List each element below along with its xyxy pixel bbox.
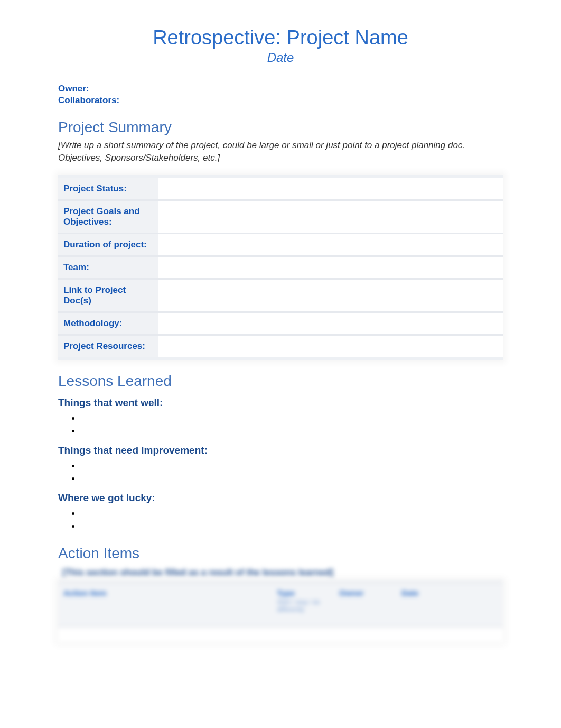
table-row: Duration of project: bbox=[58, 233, 503, 255]
table-row: Link to Project Doc(s) bbox=[58, 278, 503, 311]
lessons-learned-heading: Lessons Learned bbox=[58, 373, 503, 390]
table-header-row: Action Item Type Start / stop / do diffe… bbox=[58, 581, 503, 626]
action-col-owner: Owner bbox=[334, 581, 396, 626]
summary-row-label: Project Resources: bbox=[58, 334, 158, 360]
action-col-type-label: Type bbox=[277, 588, 295, 597]
got-lucky-list bbox=[58, 507, 503, 532]
table-row: Project Resources: bbox=[58, 334, 503, 360]
list-item[interactable] bbox=[80, 472, 503, 485]
summary-row-label: Methodology: bbox=[58, 311, 158, 334]
project-summary-instructions: [Write up a short summary of the project… bbox=[58, 139, 503, 164]
action-col-item: Action Item bbox=[58, 581, 272, 626]
summary-row-label: Project Goals and Objectives: bbox=[58, 199, 158, 233]
summary-row-label: Link to Project Doc(s) bbox=[58, 278, 158, 311]
action-cell[interactable] bbox=[334, 626, 396, 642]
action-col-type-sub: Start / stop / do differently bbox=[277, 598, 329, 613]
page-title: Retrospective: Project Name bbox=[58, 26, 503, 49]
list-item[interactable] bbox=[80, 520, 503, 532]
action-items-heading: Action Items bbox=[58, 545, 503, 562]
got-lucky-label: Where we got lucky: bbox=[58, 492, 503, 504]
summary-row-label: Team: bbox=[58, 255, 158, 278]
action-cell[interactable] bbox=[58, 626, 272, 642]
collaborators-label: Collaborators: bbox=[58, 95, 503, 106]
action-items-note: [This section should be filled as a resu… bbox=[62, 567, 503, 578]
table-row bbox=[58, 626, 503, 642]
table-row: Methodology: bbox=[58, 311, 503, 334]
table-row: Team: bbox=[58, 255, 503, 278]
summary-row-value[interactable] bbox=[158, 233, 503, 255]
action-col-type: Type Start / stop / do differently bbox=[272, 581, 334, 626]
list-item[interactable] bbox=[80, 412, 503, 425]
table-row: Project Goals and Objectives: bbox=[58, 199, 503, 233]
summary-row-value[interactable] bbox=[158, 199, 503, 233]
went-well-list bbox=[58, 412, 503, 437]
table-row: Project Status: bbox=[58, 175, 503, 199]
need-improvement-list bbox=[58, 459, 503, 485]
project-summary-heading: Project Summary bbox=[58, 119, 503, 136]
project-summary-table: Project Status: Project Goals and Object… bbox=[58, 175, 503, 360]
action-col-date: Date bbox=[396, 581, 503, 626]
summary-row-value[interactable] bbox=[158, 255, 503, 278]
list-item[interactable] bbox=[80, 507, 503, 520]
owner-label: Owner: bbox=[58, 83, 503, 95]
action-cell[interactable] bbox=[272, 626, 334, 642]
action-cell[interactable] bbox=[396, 626, 503, 642]
summary-row-value[interactable] bbox=[158, 175, 503, 199]
need-improvement-label: Things that need improvement: bbox=[58, 445, 503, 456]
went-well-label: Things that went well: bbox=[58, 397, 503, 409]
summary-row-label: Duration of project: bbox=[58, 233, 158, 255]
summary-row-value[interactable] bbox=[158, 278, 503, 311]
page-subtitle: Date bbox=[58, 50, 503, 65]
list-item[interactable] bbox=[80, 425, 503, 437]
summary-row-value[interactable] bbox=[158, 311, 503, 334]
action-items-table: Action Item Type Start / stop / do diffe… bbox=[58, 581, 503, 642]
list-item[interactable] bbox=[80, 459, 503, 472]
summary-row-value[interactable] bbox=[158, 334, 503, 360]
summary-row-label: Project Status: bbox=[58, 175, 158, 199]
